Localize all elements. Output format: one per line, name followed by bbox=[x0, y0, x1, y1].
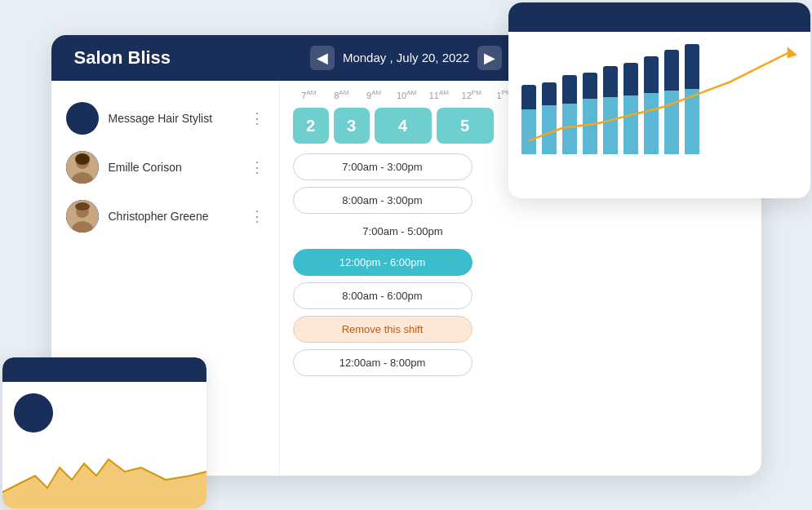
staff-item-2: Christopher Greene ⋮ bbox=[51, 192, 279, 241]
next-arrow[interactable]: ▶ bbox=[477, 46, 502, 70]
time-12pm: 12PM bbox=[455, 89, 488, 100]
shift-3[interactable]: 12:00pm - 6:00pm bbox=[293, 249, 473, 276]
staff-name-2: Christopher Greene bbox=[109, 210, 240, 223]
svg-point-7 bbox=[75, 202, 90, 211]
svg-marker-9 bbox=[2, 459, 206, 508]
block-2[interactable]: 2 bbox=[293, 108, 329, 144]
shift-0[interactable]: 7:00am - 3:00pm bbox=[293, 153, 473, 180]
avatar-0 bbox=[66, 102, 99, 135]
block-3[interactable]: 3 bbox=[334, 108, 370, 144]
staff-menu-1[interactable]: ⋮ bbox=[250, 158, 264, 176]
block-4[interactable]: 4 bbox=[375, 108, 432, 144]
bar-7 bbox=[644, 56, 659, 154]
bar-1 bbox=[521, 85, 536, 154]
app-title: Salon Bliss bbox=[74, 47, 241, 69]
main-card: Salon Bliss ◀ Monday , July 20, 2022 ▶ D… bbox=[51, 35, 761, 476]
bar-6 bbox=[623, 63, 638, 154]
staff-item-0: Message Hair Stylist ⋮ bbox=[51, 94, 279, 143]
staff-name-1: Emille Corison bbox=[109, 161, 240, 174]
chart-body bbox=[508, 32, 810, 198]
time-11am: 11AM bbox=[423, 89, 455, 100]
shift-2: 7:00am - 5:00pm bbox=[293, 220, 513, 242]
remove-shift-button[interactable]: Remove this shift bbox=[293, 316, 473, 343]
bar-8 bbox=[664, 50, 679, 154]
svg-point-3 bbox=[75, 153, 90, 165]
shift-4[interactable]: 8:00am - 6:00pm bbox=[293, 282, 473, 309]
shift-1[interactable]: 8:00am - 3:00pm bbox=[293, 187, 473, 214]
bar-3 bbox=[562, 75, 577, 154]
prev-arrow[interactable]: ◀ bbox=[310, 46, 335, 70]
area-chart bbox=[2, 435, 206, 508]
bar-2 bbox=[542, 82, 557, 154]
bar-chart-card bbox=[508, 2, 810, 198]
block-5[interactable]: 5 bbox=[437, 108, 494, 144]
staff-name-0: Message Hair Stylist bbox=[109, 112, 240, 125]
current-date: Monday , July 20, 2022 bbox=[343, 51, 469, 64]
mini-chart-card bbox=[2, 357, 206, 508]
staff-menu-2[interactable]: ⋮ bbox=[250, 207, 264, 225]
avatar-2 bbox=[66, 200, 99, 233]
avatar-1 bbox=[66, 151, 99, 184]
bar-4 bbox=[583, 73, 597, 154]
time-7am: 7AM bbox=[293, 89, 326, 100]
staff-item-1: Emille Corison ⋮ bbox=[51, 143, 279, 192]
time-9am: 9AM bbox=[357, 89, 390, 100]
staff-menu-0[interactable]: ⋮ bbox=[250, 109, 264, 127]
time-10am: 10AM bbox=[390, 89, 423, 100]
mini-sun-icon bbox=[14, 393, 53, 432]
bar-5 bbox=[603, 66, 618, 154]
svg-marker-8 bbox=[787, 47, 796, 58]
chart-header bbox=[508, 2, 810, 32]
mini-card-header bbox=[2, 357, 206, 382]
mini-card-body bbox=[2, 382, 206, 508]
shift-6[interactable]: 12:00am - 8:00pm bbox=[293, 349, 473, 376]
time-8am: 8AM bbox=[325, 89, 357, 100]
bar-9 bbox=[685, 44, 699, 154]
bar-chart bbox=[521, 40, 797, 154]
